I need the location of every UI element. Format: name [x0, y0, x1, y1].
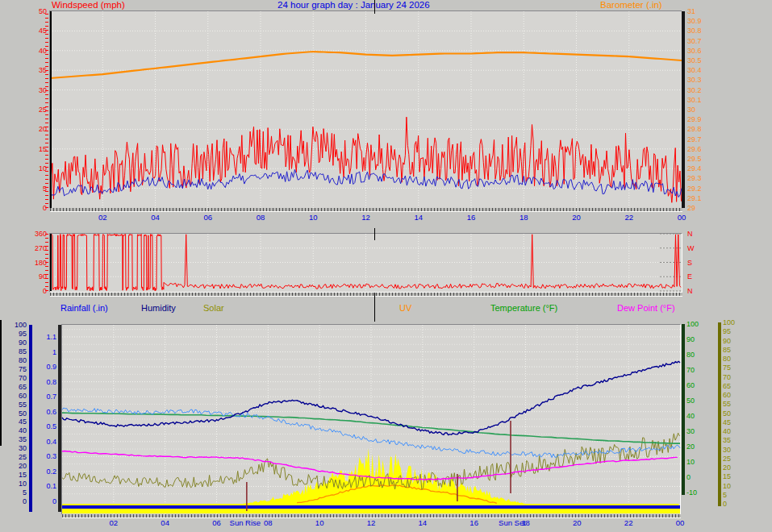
- axis-tick-label: 20: [23, 125, 47, 133]
- cursor-line-bottom: [374, 293, 375, 322]
- axis-tick-label: 100: [686, 320, 699, 328]
- axis-tick-label: 80: [723, 355, 731, 363]
- axis-tick-label: 5: [723, 491, 727, 499]
- axis-tick-label: 0.7: [32, 393, 56, 401]
- axis-tick-label: 29.8: [687, 125, 702, 133]
- axis-tick-label: W: [687, 244, 695, 252]
- x-axis-label: 04: [151, 213, 160, 222]
- axis-tick-label: 40: [23, 47, 47, 55]
- axis-tick-label: 5: [23, 185, 47, 193]
- axis-tick-label: 0.9: [32, 363, 56, 371]
- axis-tick-label: 0: [23, 287, 47, 295]
- axis-tick-label: 70: [2, 374, 27, 382]
- x-axis-label: 00: [678, 213, 686, 222]
- left-edge-axis-line: [0, 320, 2, 446]
- axis-tick-label: 0: [23, 204, 47, 212]
- axis-tick-label: 29.3: [687, 174, 702, 182]
- axis-tick-label: 10: [686, 458, 695, 466]
- barometer-axis-bar: [682, 11, 685, 208]
- axis-tick-label: 31: [687, 7, 695, 15]
- axis-tick-label: 1.1: [32, 333, 56, 341]
- axis-tick-label: N: [687, 287, 693, 295]
- axis-tick-label: N: [687, 230, 693, 238]
- axis-tick-label: 60: [723, 391, 731, 399]
- axis-tick-label: 70: [723, 373, 731, 381]
- axis-tick-label: 29.7: [687, 135, 702, 143]
- multi-sensor-chart: [61, 324, 681, 515]
- cursor-line-mid: [374, 228, 375, 240]
- axis-tick-label: 30: [686, 427, 695, 435]
- x-axis-label: Sun Rise: [230, 518, 261, 527]
- legend-rainfall-in: Rainfall (.in): [61, 303, 108, 313]
- x-axis-label: 04: [161, 518, 169, 527]
- axis-tick-label: 29.4: [687, 164, 702, 172]
- axis-tick-label: 100: [723, 318, 735, 326]
- axis-tick-label: 55: [2, 401, 27, 409]
- axis-tick-label: 45: [23, 27, 47, 35]
- axis-tick-label: 90: [723, 337, 731, 345]
- x-axis-label: 22: [624, 518, 633, 527]
- axis-tick-label: 15: [2, 471, 27, 479]
- axis-tick-label: 90: [686, 335, 695, 343]
- axis-tick-label: 30: [23, 86, 47, 94]
- axis-tick-label: 0.8: [32, 378, 56, 386]
- x-axis-label: 06: [203, 213, 212, 222]
- axis-tick-label: 25: [723, 455, 731, 463]
- axis-tick-label: 95: [723, 327, 731, 335]
- axis-tick-label: 35: [2, 435, 27, 443]
- axis-tick-label: 60: [686, 381, 695, 389]
- axis-tick-label: 20: [723, 463, 731, 472]
- axis-tick-label: 15: [723, 472, 731, 480]
- x-axis-label: 16: [469, 518, 478, 527]
- axis-tick-label: 0.4: [32, 438, 56, 446]
- axis-tick-label: 90: [23, 272, 47, 281]
- axis-tick-label: 50: [723, 409, 731, 418]
- windspeed-axis-title: Windspeed (mph): [52, 0, 125, 10]
- axis-tick-label: S: [687, 259, 692, 267]
- axis-tick-label: 45: [2, 418, 27, 426]
- x-axis-label: 14: [419, 518, 428, 527]
- top-x-axis-ruler: [50, 208, 682, 212]
- axis-tick-label: 90: [2, 339, 27, 347]
- x-axis-label: 10: [315, 518, 324, 527]
- axis-tick-label: E: [687, 272, 692, 281]
- axis-tick-label: 65: [2, 383, 27, 391]
- axis-tick-label: 0.1: [32, 482, 56, 490]
- axis-tick-label: 50: [23, 7, 47, 15]
- axis-tick-label: 20: [686, 443, 695, 451]
- axis-tick-label: 29.6: [687, 145, 702, 153]
- axis-tick-label: 0: [2, 497, 27, 505]
- axis-tick-label: 270: [23, 244, 47, 252]
- x-axis-label: 10: [309, 213, 318, 222]
- axis-tick-label: 1: [32, 348, 56, 356]
- axis-tick-label: 40: [2, 426, 27, 434]
- axis-tick-label: 180: [23, 259, 47, 267]
- axis-tick-label: 29.1: [687, 194, 702, 202]
- axis-tick-label: 0: [32, 497, 56, 505]
- axis-tick-label: 30: [723, 446, 731, 454]
- x-axis-label: 22: [624, 213, 633, 222]
- legend-solar: Solar: [203, 303, 224, 313]
- axis-tick-label: 29: [687, 204, 695, 212]
- axis-tick-label: 85: [723, 346, 731, 354]
- axis-tick-label: 20: [2, 462, 27, 470]
- x-axis-label: 06: [212, 518, 221, 527]
- axis-tick-label: 55: [723, 400, 731, 408]
- x-axis-label: 12: [367, 518, 376, 527]
- wind-direction-axis-line: [50, 234, 52, 291]
- axis-tick-label: 0.3: [32, 452, 56, 460]
- axis-tick-label: 35: [23, 66, 47, 74]
- axis-tick-label: 29.2: [687, 185, 702, 193]
- windspeed-barometer-chart: [49, 10, 682, 209]
- axis-tick-label: 360: [23, 230, 47, 238]
- temperature-axis-bar: [682, 324, 685, 495]
- x-axis-label: Sun Set: [499, 518, 526, 527]
- axis-tick-label: 70: [686, 366, 695, 374]
- middle-x-axis-ruler: [50, 293, 682, 297]
- legend-uv: UV: [399, 303, 411, 313]
- axis-tick-label: 25: [23, 106, 47, 114]
- x-axis-label: 00: [676, 518, 685, 527]
- rainfall-axis-bar: [58, 325, 61, 512]
- axis-tick-label: 0: [723, 500, 727, 508]
- axis-tick-label: 50: [686, 397, 695, 405]
